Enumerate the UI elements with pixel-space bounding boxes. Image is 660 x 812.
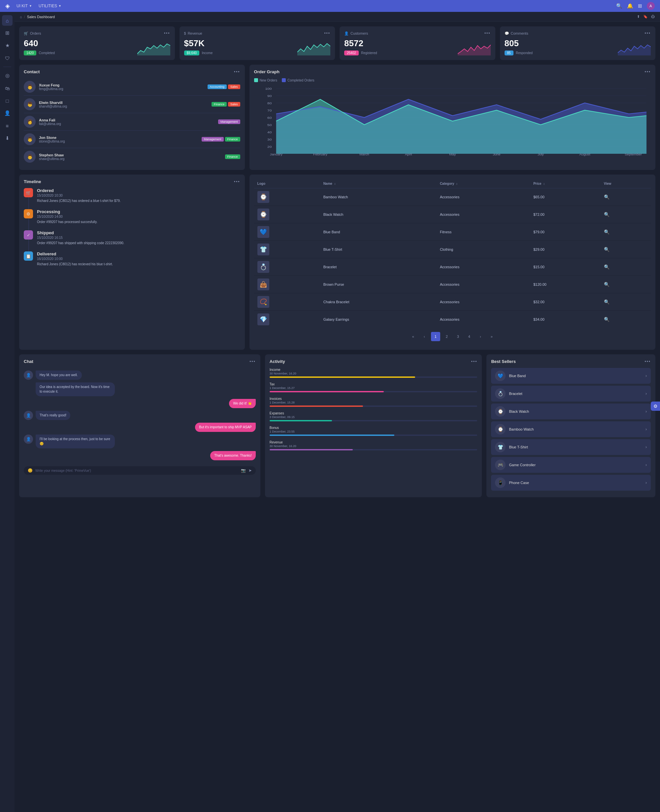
pagination-page-3[interactable]: 3 (454, 332, 463, 341)
svg-text:March: March (359, 153, 369, 156)
product-logo: 📿 (257, 296, 269, 308)
best-seller-avatar: ⌚ (495, 406, 506, 417)
camera-icon[interactable]: 📷 (241, 468, 246, 473)
product-category: Accessories (436, 206, 530, 224)
stat-cards-row: 🛒 Orders ••• 640 1420 Completed (19, 26, 655, 60)
contact-row: 👨 Stephen Shaw shaw@ultima.org Finance (24, 148, 240, 165)
chat-message: 👤 That's really good! (24, 411, 256, 420)
pagination-next[interactable]: › (476, 332, 485, 341)
power-icon[interactable]: ⏻ (651, 14, 655, 19)
product-name: Galaxy Earrings (320, 311, 436, 328)
view-icon[interactable]: 🔍 (604, 229, 609, 235)
activity-menu[interactable]: ••• (471, 359, 478, 364)
best-seller-item[interactable]: 💍 Bracelet › (491, 386, 651, 401)
timeline-item-date: 15/10/2020 14:00 (37, 215, 97, 219)
chat-input[interactable] (35, 469, 238, 473)
notification-icon[interactable]: 🔔 (627, 3, 633, 9)
svg-text:80: 80 (267, 101, 271, 105)
best-seller-item[interactable]: ⌚ Bamboo Watch › (491, 421, 651, 437)
sidebar-item-star[interactable]: ★ (2, 40, 13, 51)
pagination-page-4[interactable]: 4 (465, 332, 474, 341)
sidebar-item-grid[interactable]: ⊞ (2, 28, 13, 38)
best-seller-name: Blue T-Shirt (509, 445, 646, 449)
best-seller-item[interactable]: 🎮 Game Controller › (491, 457, 651, 473)
svg-text:April: April (405, 153, 412, 156)
view-icon[interactable]: 🔍 (604, 299, 609, 304)
col-logo: Logo (254, 179, 320, 189)
contact-name: Stephen Shaw (39, 153, 225, 157)
chat-bubble: That's really good! (36, 411, 70, 420)
share-icon[interactable]: ⬆ (637, 14, 640, 19)
pagination-last[interactable]: » (487, 332, 496, 341)
floating-gear-icon[interactable]: ⚙ (651, 401, 660, 411)
col-price[interactable]: Price ↕ (530, 179, 601, 189)
svg-text:20: 20 (267, 145, 271, 149)
sidebar-item-home[interactable]: ⌂ (2, 15, 13, 26)
grid-icon[interactable]: ⊞ (638, 3, 642, 9)
nav-utilities[interactable]: UTILITIES ▼ (39, 4, 61, 8)
sidebar-item-user[interactable]: 👤 (2, 108, 13, 119)
best-seller-item[interactable]: 💙 Blue Band › (491, 368, 651, 384)
view-icon[interactable]: 🔍 (604, 194, 609, 200)
view-icon[interactable]: 🔍 (604, 212, 609, 217)
pagination-first[interactable]: « (409, 332, 418, 341)
avatar[interactable]: A (647, 2, 655, 10)
sidebar-item-circle[interactable]: ◎ (2, 70, 13, 81)
order-graph-title: Order Graph (254, 69, 279, 74)
view-icon[interactable]: 🔍 (604, 247, 609, 252)
customers-menu[interactable]: ••• (484, 31, 491, 36)
product-name: Bamboo Watch (320, 189, 436, 206)
svg-text:May: May (449, 153, 456, 156)
best-seller-name: Phone Case (509, 481, 646, 485)
sidebar-item-download[interactable]: ⬇ (2, 133, 13, 144)
contact-row: 👩 Anna Fali fali@ultima.org Management (24, 113, 240, 131)
comments-menu[interactable]: ••• (644, 31, 651, 36)
search-icon[interactable]: 🔍 (616, 3, 622, 9)
order-graph-menu[interactable]: ••• (644, 70, 651, 74)
sidebar-item-shield[interactable]: 🛡 (2, 53, 13, 63)
bottom-row: Chat ••• 👤 Hey M. hope you are well. Our… (19, 354, 655, 497)
timeline-menu[interactable]: ••• (234, 179, 240, 184)
sidebar-item-menu[interactable]: ≡ (2, 121, 13, 131)
col-category[interactable]: Category ↕ (436, 179, 530, 189)
activity-bar (270, 391, 384, 392)
pagination-page-1[interactable]: 1 (431, 332, 440, 341)
contact-row: 👨 Jon Stone stone@ultima.org ManagementF… (24, 131, 240, 148)
product-name: Blue Band (320, 224, 436, 241)
chevron-right-icon: › (646, 409, 647, 414)
nav-uikit[interactable]: UI KIT ▼ (16, 4, 32, 8)
view-icon[interactable]: 🔍 (604, 264, 609, 270)
best-sellers-menu[interactable]: ••• (644, 359, 651, 364)
pagination-page-2[interactable]: 2 (442, 332, 451, 341)
product-name: Black Watch (320, 206, 436, 224)
view-icon[interactable]: 🔍 (604, 317, 609, 322)
product-name: Blue T-Shirt (320, 241, 436, 259)
best-seller-item[interactable]: ⌚ Black Watch › (491, 403, 651, 419)
best-seller-name: Bracelet (509, 392, 646, 396)
contact-menu[interactable]: ••• (234, 70, 240, 74)
send-icon[interactable]: ➤ (249, 468, 252, 473)
emoji-icon[interactable]: 😊 (28, 468, 33, 473)
chevron-right-icon: › (646, 463, 647, 467)
best-seller-avatar: ⌚ (495, 424, 506, 435)
chat-menu[interactable]: ••• (249, 359, 256, 364)
product-name: Bracelet (320, 259, 436, 276)
revenue-menu[interactable]: ••• (324, 31, 330, 36)
view-icon[interactable]: 🔍 (604, 282, 609, 287)
main-content: ⌂ / Sales Dashboard ⬆ 🔖 ⏻ 🛒 Orders (14, 12, 660, 812)
pagination-prev[interactable]: ‹ (420, 332, 429, 341)
orders-chart (137, 42, 170, 56)
best-seller-item[interactable]: 📱 Phone Case › (491, 475, 651, 491)
svg-text:September: September (624, 153, 642, 156)
col-name[interactable]: Name ↕ (320, 179, 436, 189)
sidebar-item-shopping[interactable]: 🛍 (2, 83, 13, 94)
best-seller-item[interactable]: 👕 Blue T-Shirt › (491, 439, 651, 455)
activity-bar-bg (270, 406, 478, 407)
bookmark-icon[interactable]: 🔖 (643, 14, 648, 19)
contact-info: Stephen Shaw shaw@ultima.org (39, 153, 225, 161)
product-category: Accessories (436, 189, 530, 206)
orders-menu[interactable]: ••• (164, 31, 170, 36)
order-graph-area: 100 90 80 70 60 50 40 30 20 (254, 85, 651, 157)
contact-title: Contact (24, 69, 40, 74)
sidebar-item-square[interactable]: □ (2, 95, 13, 106)
